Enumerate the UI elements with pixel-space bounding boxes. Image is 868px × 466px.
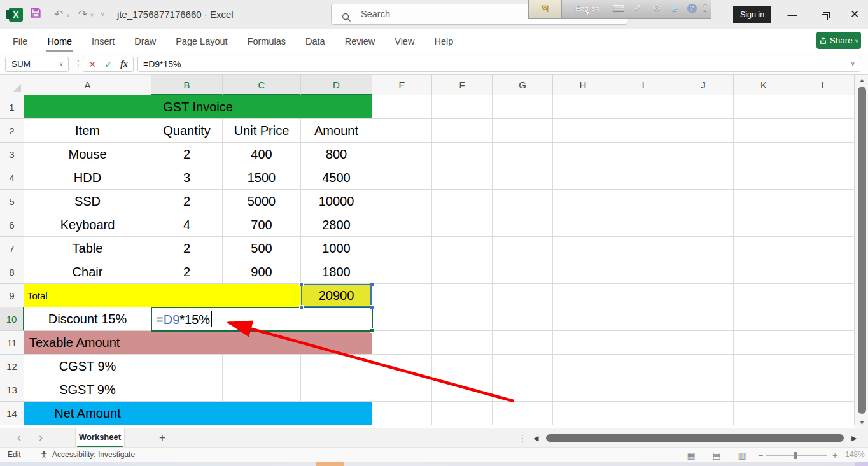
cell-J9[interactable] bbox=[673, 284, 734, 307]
name-box-dropdown-icon[interactable]: ˅ bbox=[59, 57, 63, 71]
cell-J12[interactable] bbox=[673, 355, 734, 378]
cell-A8[interactable]: Chair bbox=[24, 260, 151, 284]
cell-G14[interactable] bbox=[493, 402, 553, 425]
cell-L8[interactable] bbox=[794, 260, 855, 284]
cell-D5[interactable]: 10000 bbox=[301, 190, 372, 213]
cell-C3[interactable]: 400 bbox=[223, 143, 301, 166]
cell-D9[interactable]: 20900 bbox=[301, 284, 372, 307]
cell-G5[interactable] bbox=[493, 190, 553, 213]
row-header-9[interactable]: 9 bbox=[0, 284, 24, 307]
formula-input[interactable]: =D9*15% ˅ bbox=[137, 57, 860, 72]
new-sheet-button[interactable]: + bbox=[155, 431, 169, 445]
cell-D3[interactable]: 800 bbox=[301, 143, 372, 166]
cell-L1[interactable] bbox=[794, 95, 855, 119]
cell-A12[interactable]: CGST 9% bbox=[24, 355, 151, 378]
cell-G13[interactable] bbox=[493, 378, 553, 402]
cell-F8[interactable] bbox=[432, 260, 493, 284]
name-box[interactable]: SUM ˅ bbox=[5, 57, 69, 72]
cell-I8[interactable] bbox=[613, 260, 673, 284]
ime-tool-icon[interactable]: ✐ bbox=[629, 0, 646, 18]
cancel-icon[interactable]: ✕ bbox=[85, 57, 100, 71]
cell-G2[interactable] bbox=[493, 119, 553, 143]
language-info-icon[interactable]: ⓘ bbox=[698, 0, 712, 18]
cell-F6[interactable] bbox=[432, 213, 493, 237]
cell-E1[interactable] bbox=[372, 95, 432, 119]
cell-K4[interactable] bbox=[734, 166, 794, 190]
cell-F11[interactable] bbox=[432, 331, 493, 355]
cell-A10[interactable]: Discount 15% bbox=[24, 307, 151, 331]
cell-C4[interactable]: 1500 bbox=[223, 166, 301, 190]
expand-formula-bar-icon[interactable]: ˅ bbox=[851, 57, 855, 71]
edit-cell-B10[interactable]: =D9*15% bbox=[151, 307, 373, 332]
cell-J7[interactable] bbox=[673, 237, 734, 260]
cell-H12[interactable] bbox=[553, 355, 613, 378]
cell-G1[interactable] bbox=[493, 95, 553, 119]
reference-handle[interactable] bbox=[299, 305, 304, 309]
row-header-3[interactable]: 3 bbox=[0, 143, 24, 166]
undo-dropdown-icon[interactable]: ˅ bbox=[66, 12, 69, 18]
cell-G12[interactable] bbox=[493, 355, 553, 378]
tab-data[interactable]: Data bbox=[304, 36, 326, 46]
cell-E8[interactable] bbox=[372, 260, 432, 284]
cell-D13[interactable] bbox=[301, 378, 372, 402]
cell-G7[interactable] bbox=[493, 237, 553, 260]
cell-H2[interactable] bbox=[553, 119, 613, 143]
cell-I10[interactable] bbox=[613, 307, 673, 331]
cell-D4[interactable]: 4500 bbox=[301, 166, 372, 190]
cell-K2[interactable] bbox=[734, 119, 794, 143]
cell-B13[interactable] bbox=[151, 378, 223, 402]
cell-C12[interactable] bbox=[223, 355, 301, 378]
row-header-5[interactable]: 5 bbox=[0, 190, 24, 213]
cell-K13[interactable] bbox=[734, 378, 794, 402]
fill-handle[interactable] bbox=[370, 328, 374, 333]
cell-E5[interactable] bbox=[372, 190, 432, 213]
cell-A1[interactable]: GST Invoice bbox=[24, 95, 372, 119]
cell-E7[interactable] bbox=[372, 237, 432, 260]
cell-B6[interactable]: 4 bbox=[151, 213, 223, 237]
tab-file[interactable]: File bbox=[11, 36, 29, 46]
vertical-scrollbar-thumb[interactable] bbox=[858, 87, 866, 414]
cell-I7[interactable] bbox=[613, 237, 673, 260]
cell-E10[interactable] bbox=[372, 307, 432, 331]
cell-J6[interactable] bbox=[673, 213, 734, 237]
cell-D8[interactable]: 1800 bbox=[301, 260, 372, 284]
cell-K14[interactable] bbox=[734, 402, 794, 425]
column-header-E[interactable]: E bbox=[372, 75, 432, 95]
cell-A7[interactable]: Table bbox=[24, 237, 151, 260]
column-header-H[interactable]: H bbox=[553, 75, 613, 95]
column-header-C[interactable]: C bbox=[223, 75, 301, 95]
tab-formulas[interactable]: Formulas bbox=[246, 36, 287, 46]
scroll-up-icon[interactable]: ▲ bbox=[855, 76, 868, 83]
cell-J2[interactable] bbox=[673, 119, 734, 143]
reference-handle[interactable] bbox=[299, 282, 304, 286]
cell-I11[interactable] bbox=[613, 331, 673, 355]
keyboard-layout-icon[interactable]: ⌨ bbox=[610, 0, 627, 18]
formula-bar-drag-dots-icon[interactable]: ⋮ bbox=[74, 56, 83, 71]
tab-draw[interactable]: Draw bbox=[133, 36, 157, 46]
zoom-level[interactable]: 148% bbox=[845, 450, 865, 459]
cell-G10[interactable] bbox=[493, 307, 553, 331]
cell-G8[interactable] bbox=[493, 260, 553, 284]
cell-A14[interactable]: Net Amount bbox=[24, 402, 372, 425]
cell-I6[interactable] bbox=[613, 213, 673, 237]
scroll-right-icon[interactable]: ▶ bbox=[851, 434, 857, 442]
cell-F3[interactable] bbox=[432, 143, 493, 166]
language-help-icon[interactable]: ? bbox=[684, 0, 699, 18]
tab-page-layout[interactable]: Page Layout bbox=[174, 36, 228, 46]
cell-K6[interactable] bbox=[734, 213, 794, 237]
cell-F14[interactable] bbox=[432, 402, 493, 425]
cell-J13[interactable] bbox=[673, 378, 734, 402]
cell-H6[interactable] bbox=[553, 213, 613, 237]
cell-A2[interactable]: Item bbox=[24, 119, 151, 143]
normal-view-icon[interactable]: ▦ bbox=[685, 449, 697, 461]
cell-F4[interactable] bbox=[432, 166, 493, 190]
column-header-D[interactable]: D bbox=[301, 75, 372, 95]
horizontal-scrollbar[interactable]: ◀ ▶ bbox=[533, 434, 860, 442]
cell-E11[interactable] bbox=[372, 331, 432, 355]
cell-H13[interactable] bbox=[553, 378, 613, 402]
tab-help[interactable]: Help bbox=[433, 36, 454, 46]
cell-B8[interactable]: 2 bbox=[151, 260, 223, 284]
column-header-F[interactable]: F bbox=[432, 75, 493, 95]
row-header-13[interactable]: 13 bbox=[0, 378, 24, 402]
cell-H9[interactable] bbox=[553, 284, 613, 307]
